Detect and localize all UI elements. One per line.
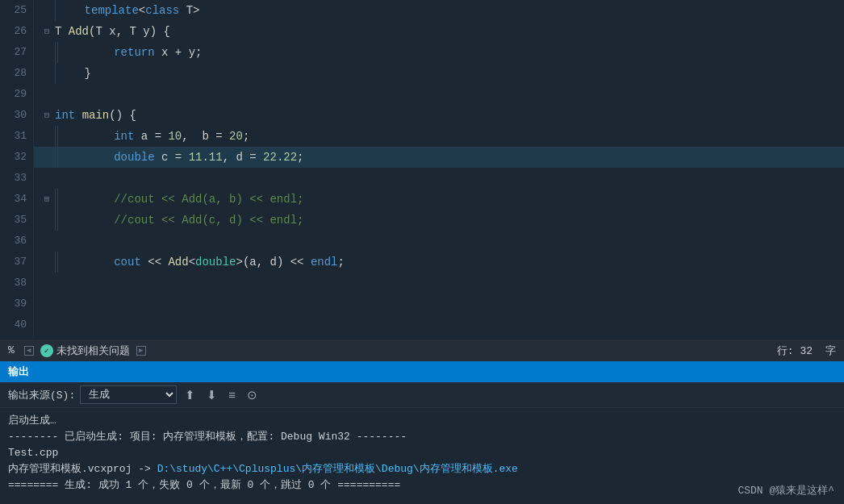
indent-guide: [55, 189, 56, 210]
line-number: 28: [6, 63, 27, 84]
fold-gutter[interactable]: ⊞: [40, 189, 53, 210]
line-number: 35: [6, 210, 27, 231]
output-panel: 输出来源(S): 生成调试错误列表 ⬆ ⬇ ≡ ⊙ 启动生成…-------- …: [0, 382, 844, 504]
fold-gutter: [40, 42, 53, 63]
fold-gutter: [40, 0, 53, 21]
indent-guide: [57, 252, 58, 273]
code-token: [57, 0, 85, 21]
code-line: ⊞ //cout << Add(a, b) << endl;: [34, 189, 844, 210]
code-token: cout: [114, 252, 141, 273]
code-line: [34, 273, 844, 294]
line-number: 26: [6, 21, 27, 42]
code-token: 10: [168, 126, 182, 147]
code-line: [34, 231, 844, 252]
line-number: 27: [6, 42, 27, 63]
line-number: 38: [6, 273, 27, 294]
line-number: 29: [6, 84, 27, 105]
line-number: 36: [6, 231, 27, 252]
output-line: Test.cpp: [8, 445, 836, 461]
toolbar-btn-4[interactable]: ⊙: [244, 386, 261, 404]
status-bar: % ◀ ✓ 未找到相关问题 ▶ 行: 32 字: [0, 339, 844, 361]
code-container: 25262728293031323334353637383940 templat…: [0, 0, 844, 339]
code-line: //cout << Add(c, d) << endl;: [34, 210, 844, 231]
fold-gutter[interactable]: ⊟: [40, 21, 53, 42]
status-right: 行: 32 字: [777, 344, 836, 358]
line-number: 32: [6, 147, 27, 168]
code-line: }: [34, 63, 844, 84]
code-token: () {: [109, 105, 136, 126]
code-line: [34, 314, 844, 335]
output-content: 启动生成…-------- 已启动生成: 项目: 内存管理和模板，配置: Deb…: [0, 408, 844, 504]
toolbar-btn-2[interactable]: ⬇: [203, 386, 220, 404]
line-number: 34: [6, 189, 27, 210]
indent-guide: [57, 147, 58, 168]
line-number: 31: [6, 126, 27, 147]
fold-gutter: [40, 231, 53, 252]
fold-gutter: [40, 273, 53, 294]
output-source-select[interactable]: 生成调试错误列表: [80, 385, 177, 404]
code-token: ;: [297, 147, 303, 168]
code-token: [60, 147, 114, 168]
fold-gutter: [40, 314, 53, 335]
code-line: ⊟int main() {: [34, 105, 844, 126]
code-token: class: [145, 0, 179, 21]
output-toolbar: 输出来源(S): 生成调试错误列表 ⬆ ⬇ ≡ ⊙: [0, 382, 844, 408]
code-token: endl: [311, 252, 338, 273]
line-number: 25: [6, 0, 27, 21]
code-line: [34, 84, 844, 105]
scroll-left-btn[interactable]: ◀: [24, 346, 34, 356]
output-panel-header: 输出: [0, 361, 844, 382]
code-token: ;: [338, 252, 345, 273]
code-token: 20: [229, 126, 243, 147]
toolbar-btn-3[interactable]: ≡: [225, 386, 239, 403]
code-line: int a = 10, b = 20;: [34, 126, 844, 147]
editor-wrapper: 25262728293031323334353637383940 templat…: [0, 0, 844, 504]
code-token: [75, 105, 81, 126]
indent-guide: [55, 147, 56, 168]
fold-gutter: [40, 252, 53, 273]
line-info: 行: 32: [777, 344, 813, 358]
zoom-percent: %: [8, 344, 15, 356]
code-token: [60, 126, 114, 147]
code-token: double: [114, 147, 154, 168]
fold-gutter: [40, 294, 53, 314]
toolbar-btn-1[interactable]: ⬆: [182, 386, 198, 404]
code-token: [60, 210, 114, 231]
code-token: Add: [168, 252, 188, 273]
code-token: T>: [179, 0, 199, 21]
code-token: template: [85, 0, 139, 21]
code-token: a =: [134, 126, 168, 147]
code-token: return: [114, 42, 154, 63]
no-issues-text: 未找到相关问题: [56, 344, 130, 358]
code-token: , d =: [223, 147, 263, 168]
code-token: //cout << Add(a, b) << endl;: [114, 189, 303, 210]
char-info: 字: [825, 344, 836, 358]
indent-guide: [55, 252, 56, 273]
indent-guide: [57, 189, 58, 210]
code-line: [34, 168, 844, 189]
code-token: <<: [141, 252, 169, 273]
fold-gutter: [40, 126, 53, 147]
fold-gutter[interactable]: ⊟: [40, 105, 53, 126]
line-number: 33: [6, 168, 27, 189]
code-token: [60, 42, 114, 63]
code-line: cout << Add<double>(a, d) << endl;: [34, 252, 844, 273]
indent-guide: [57, 210, 58, 231]
code-token: T: [55, 21, 69, 42]
code-token: ;: [243, 126, 249, 147]
code-line: return x + y;: [34, 42, 844, 63]
output-line: 内存管理和模板.vcxproj -> D:\study\C++\Cplusplu…: [8, 461, 836, 477]
indent-guide: [57, 42, 58, 63]
code-token: , b =: [182, 126, 229, 147]
code-token: main: [82, 105, 110, 126]
line-number: 37: [6, 252, 27, 273]
indent-guide: [55, 42, 56, 63]
scroll-right-btn[interactable]: ▶: [136, 346, 146, 356]
output-header-label: 输出: [8, 364, 29, 379]
fold-gutter: [40, 210, 53, 231]
indent-guide: [55, 63, 56, 84]
line-number: 39: [6, 294, 27, 314]
code-token: //cout << Add(c, d) << endl;: [114, 210, 303, 231]
code-editor: 25262728293031323334353637383940 templat…: [0, 0, 844, 339]
fold-gutter: [40, 168, 53, 189]
